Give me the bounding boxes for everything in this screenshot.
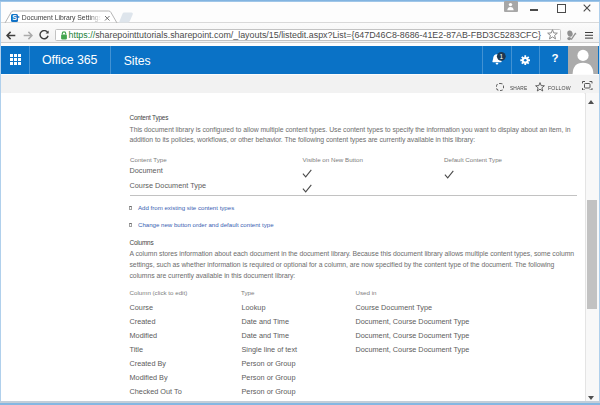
svg-text:1: 1 [499, 52, 503, 59]
